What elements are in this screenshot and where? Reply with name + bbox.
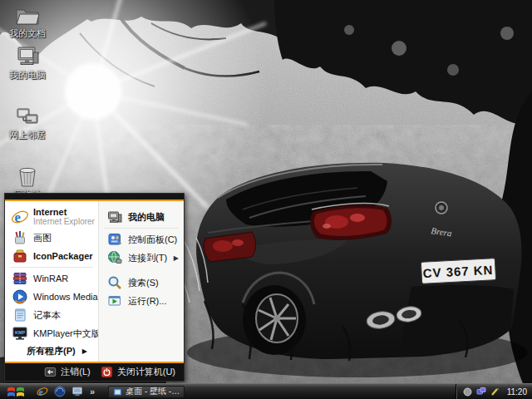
start-button[interactable] — [0, 384, 32, 399]
network-places-icon — [14, 105, 41, 130]
start-menu-item-label: 记事本 — [33, 309, 61, 322]
my-documents-icon — [14, 3, 41, 28]
svg-text:e: e — [15, 209, 21, 225]
start-menu-footer: 注销(L) 关闭计算机(U) — [5, 362, 184, 381]
start-menu-item-label: Internet — [33, 208, 95, 217]
kmplayer-icon: KMP — [11, 325, 29, 342]
start-menu-item-kmplayer[interactable]: KMP KMPlayer中文版 — [5, 324, 98, 342]
license-plate: CV 367 KN — [421, 259, 495, 284]
start-menu-item-iconpackager[interactable]: IconPackager — [5, 247, 98, 265]
start-menu-item-control-panel[interactable]: 控制面板(C) — [99, 230, 184, 249]
desktop-screen: Brera CV 367 KN — [0, 0, 532, 399]
tray-network-icon[interactable] — [476, 387, 486, 397]
start-menu-item-label: 我的电脑 — [128, 211, 165, 224]
windows-media-player-icon — [11, 288, 29, 305]
start-menu-item-label: WinRAR — [33, 273, 68, 283]
tray-input-method-icon[interactable] — [490, 387, 500, 397]
start-menu-item-run[interactable]: 运行(R)... — [99, 292, 184, 310]
start-menu-item-notepad[interactable]: 记事本 — [5, 306, 98, 324]
quick-launch-media-icon[interactable] — [53, 386, 66, 398]
desktop-icon-network-places[interactable]: 网上邻居 — [0, 105, 55, 146]
power-icon — [101, 366, 113, 378]
quick-launch-overflow-chevron[interactable]: » — [88, 387, 96, 397]
start-menu-item-search[interactable]: 搜索(S) — [99, 273, 184, 292]
all-programs-label: 所有程序(P) — [27, 345, 76, 357]
winrar-icon — [11, 270, 29, 287]
windows-flag-icon — [7, 386, 25, 398]
start-menu-item-label: IconPackager — [33, 251, 93, 261]
iconpackager-icon — [11, 248, 29, 264]
control-panel-icon — [106, 231, 124, 248]
start-menu: e Internet Internet Explorer — [4, 193, 185, 382]
my-computer-icon — [106, 209, 124, 225]
svg-text:e: e — [38, 387, 42, 397]
start-menu-item-label: KMPlayer中文版 — [33, 328, 101, 340]
start-menu-item-winrar[interactable]: WinRAR — [5, 269, 98, 288]
start-menu-item-label: 连接到(T) — [128, 252, 167, 264]
start-menu-item-wmp[interactable]: Windows Media Player — [5, 288, 98, 306]
submenu-arrow-icon: ▶ — [174, 254, 182, 262]
all-programs-button[interactable]: 所有程序(P) ▶ — [5, 342, 98, 360]
car-illustration: Brera CV 367 KN — [168, 163, 528, 377]
taskbar-window-button[interactable]: 桌面 - 壁纸 - 桌酷... — [108, 386, 185, 398]
log-off-button[interactable]: 注销(L) — [44, 366, 90, 378]
shut-down-label: 关闭计算机(U) — [117, 366, 175, 378]
run-icon — [106, 293, 124, 309]
desktop-icon-label: 我的电脑 — [9, 70, 46, 80]
start-menu-pinned-column: e Internet Internet Explorer — [5, 201, 98, 362]
recycle-bin-icon — [14, 165, 41, 190]
desktop-icon-list: 我的文档 我的电脑 — [0, 2, 55, 206]
shut-down-button[interactable]: 关闭计算机(U) — [101, 366, 175, 378]
my-computer-icon — [14, 45, 41, 70]
start-menu-item-label: 画图 — [33, 232, 52, 244]
quick-launch-internet-explorer-icon[interactable]: e — [36, 386, 48, 398]
start-menu-separator — [104, 228, 179, 229]
start-menu-item-my-computer[interactable]: 我的电脑 — [99, 208, 184, 226]
start-menu-item-label: 控制面板(C) — [128, 234, 177, 246]
start-menu-item-sublabel: Internet Explorer — [33, 217, 95, 226]
car-wheel — [243, 285, 306, 355]
quick-launch-desktop-icon[interactable] — [71, 386, 83, 398]
window-task-icon — [113, 387, 122, 397]
start-menu-item-label: 搜索(S) — [128, 277, 159, 289]
notepad-icon — [11, 307, 29, 323]
desktop-icon-label: 网上邻居 — [9, 130, 46, 140]
desktop-icon-label: 我的文档 — [9, 28, 46, 38]
start-menu-item-connect-to[interactable]: 连接到(T) ▶ — [99, 249, 184, 267]
log-off-label: 注销(L) — [61, 366, 90, 378]
tray-status-icon[interactable] — [463, 387, 472, 397]
desktop-icon-my-documents[interactable]: 我的文档 — [0, 3, 55, 45]
start-menu-spacer — [99, 267, 184, 273]
start-menu-system-column: 我的电脑 控制面板(C) — [98, 201, 184, 362]
start-menu-item-internet[interactable]: e Internet Internet Explorer — [5, 205, 98, 229]
start-menu-separator — [10, 267, 93, 268]
connect-to-icon — [106, 249, 124, 266]
start-menu-header — [5, 194, 184, 200]
taskbar: e » — [0, 383, 532, 399]
submenu-arrow-icon: ▶ — [82, 347, 87, 355]
system-tray: 11:20 — [456, 384, 532, 399]
svg-text:KMP: KMP — [15, 330, 25, 335]
paint-icon — [11, 229, 29, 246]
search-icon — [106, 274, 124, 291]
log-off-icon — [44, 366, 57, 378]
taskbar-window-button-label: 桌面 - 壁纸 - 桌酷... — [126, 386, 180, 397]
taskbar-clock[interactable]: 11:20 — [507, 387, 527, 397]
start-menu-item-paint[interactable]: 画图 — [5, 229, 98, 247]
internet-explorer-icon: e — [11, 209, 29, 225]
start-menu-item-label: 运行(R)... — [128, 295, 166, 308]
quick-launch-bar: e » — [32, 386, 100, 398]
desktop-icon-my-computer[interactable]: 我的电脑 — [0, 45, 55, 86]
